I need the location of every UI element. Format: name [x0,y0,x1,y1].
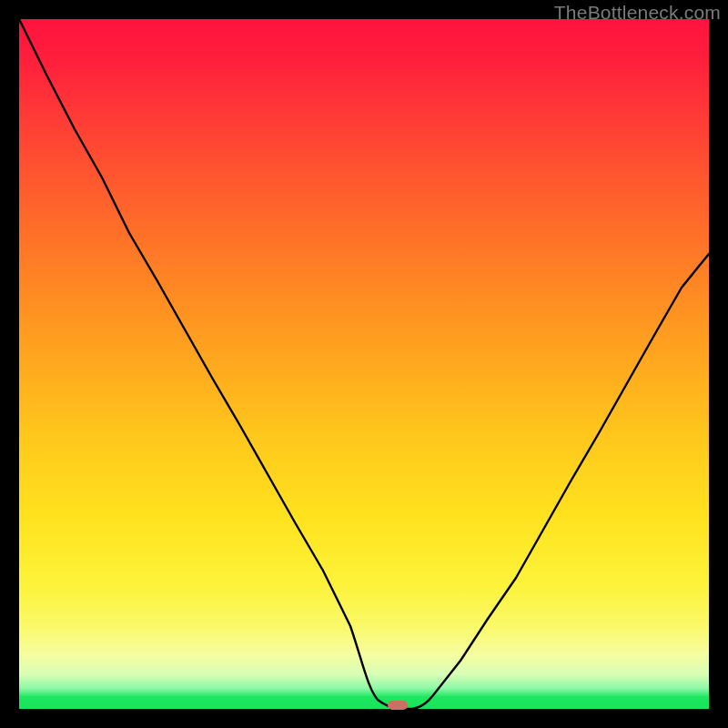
bottleneck-curve [19,19,709,709]
optimum-marker [388,701,408,710]
watermark-text: TheBottleneck.com [554,2,721,24]
chart-frame: TheBottleneck.com [0,0,728,728]
plot-area [19,19,709,709]
